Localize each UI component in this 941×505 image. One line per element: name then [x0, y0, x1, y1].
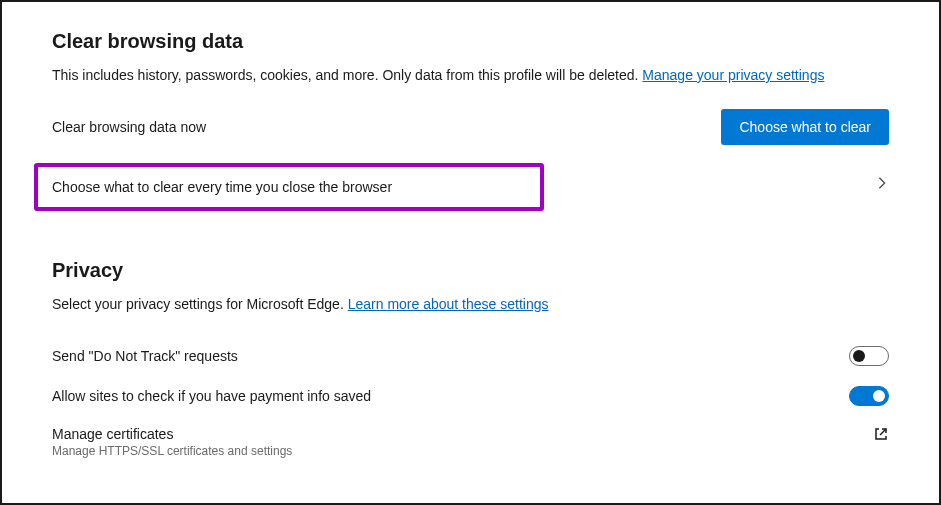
payment-toggle[interactable]: [849, 386, 889, 406]
privacy-title: Privacy: [52, 259, 889, 282]
clear-data-desc-text: This includes history, passwords, cookie…: [52, 67, 642, 83]
privacy-desc-text: Select your privacy settings for Microso…: [52, 296, 348, 312]
toggle-knob: [873, 390, 885, 402]
payment-label: Allow sites to check if you have payment…: [52, 388, 371, 404]
manage-privacy-link[interactable]: Manage your privacy settings: [642, 67, 824, 83]
privacy-desc: Select your privacy settings for Microso…: [52, 296, 889, 312]
external-link-icon: [873, 426, 889, 442]
dnt-row: Send "Do Not Track" requests: [52, 336, 889, 376]
dnt-toggle[interactable]: [849, 346, 889, 366]
learn-more-link[interactable]: Learn more about these settings: [348, 296, 549, 312]
clear-on-close-row[interactable]: Choose what to clear every time you clos…: [52, 155, 889, 211]
clear-now-row: Clear browsing data now Choose what to c…: [52, 107, 889, 147]
certificates-row[interactable]: Manage certificates Manage HTTPS/SSL cer…: [52, 416, 889, 468]
clear-data-title: Clear browsing data: [52, 30, 889, 53]
choose-what-to-clear-button[interactable]: Choose what to clear: [721, 109, 889, 145]
chevron-right-icon: [875, 176, 889, 190]
certificates-text: Manage certificates Manage HTTPS/SSL cer…: [52, 426, 292, 458]
certificates-label: Manage certificates: [52, 426, 292, 442]
toggle-knob: [853, 350, 865, 362]
payment-row: Allow sites to check if you have payment…: [52, 376, 889, 416]
clear-data-desc: This includes history, passwords, cookie…: [52, 67, 889, 83]
certificates-sublabel: Manage HTTPS/SSL certificates and settin…: [52, 444, 292, 458]
clear-on-close-highlight: Choose what to clear every time you clos…: [34, 163, 544, 211]
clear-now-label: Clear browsing data now: [52, 119, 206, 135]
privacy-section: Privacy Select your privacy settings for…: [52, 259, 889, 468]
dnt-label: Send "Do Not Track" requests: [52, 348, 238, 364]
clear-on-close-label: Choose what to clear every time you clos…: [52, 179, 392, 195]
